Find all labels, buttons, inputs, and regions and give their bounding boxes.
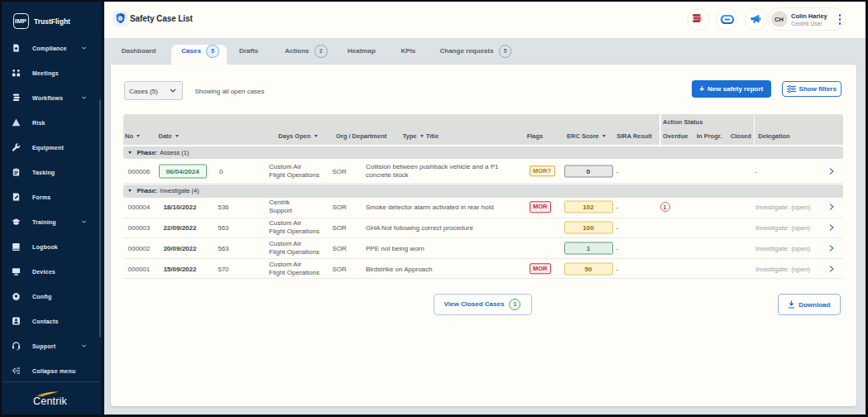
svg-text:Centrik: Centrik — [33, 395, 68, 407]
